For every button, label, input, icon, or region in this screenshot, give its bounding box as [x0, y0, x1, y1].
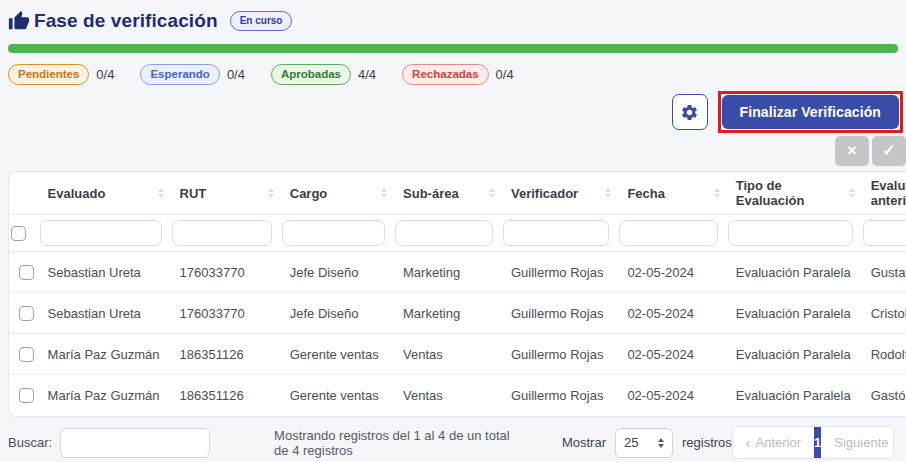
sort-icon [605, 188, 612, 198]
counter-aprobadas[interactable]: Aprobadas [271, 64, 351, 85]
cell-fecha: 02-05-2024 [617, 375, 725, 416]
cell-verificador: Guillermo Rojas [501, 334, 617, 375]
sort-icon [849, 188, 856, 198]
cell-tipo: Evaluación Paralela [726, 334, 861, 375]
filter-verificador-input[interactable] [503, 220, 609, 246]
cell-cargo: Jefe Diseño [280, 252, 393, 293]
status-badge: En curso [230, 11, 293, 31]
column-header-sub-area[interactable]: Sub-área [393, 172, 501, 215]
next-page-button[interactable]: Siguiente › [821, 427, 894, 458]
column-label: Verificador [511, 186, 578, 201]
pagination: ‹ Anterior 1 Siguiente › [732, 426, 894, 459]
current-page-button[interactable]: 1 [814, 427, 821, 458]
search-label: Buscar: [8, 435, 52, 450]
column-label: Cargo [290, 186, 328, 201]
counter-aprobadas-value: 4/4 [358, 67, 376, 82]
table-row: María Paz Guzmán 186351126 Gerente venta… [9, 375, 906, 416]
cell-tipo: Evaluación Paralela [726, 375, 861, 416]
filter-cargo-input[interactable] [282, 220, 385, 246]
row-checkbox[interactable] [19, 265, 34, 280]
sort-icon [158, 188, 165, 198]
progress-bar-fill [8, 44, 898, 53]
page-size-value: 25 [624, 435, 638, 450]
filter-evaluador-anterior-input[interactable] [863, 220, 906, 246]
filter-tipo-input[interactable] [728, 220, 853, 246]
row-checkbox[interactable] [19, 347, 34, 362]
sort-icon [489, 188, 496, 198]
cell-fecha: 02-05-2024 [617, 293, 725, 334]
column-header-evaluador-anterior[interactable]: Evaluador anterior [861, 172, 906, 215]
page-title: Fase de verificación [34, 10, 218, 32]
cell-tipo: Evaluación Paralela [726, 252, 861, 293]
previous-page-button[interactable]: ‹ Anterior [733, 427, 814, 458]
cell-rut: 176033770 [170, 293, 280, 334]
finalize-verification-button[interactable]: Finalizar Verificación [722, 95, 899, 129]
counter-esperando[interactable]: Esperando [140, 64, 219, 85]
column-label: Tipo de Evaluación [736, 178, 805, 208]
column-header-tipo-evaluacion[interactable]: Tipo de Evaluación [726, 172, 861, 215]
filter-sub-area-input[interactable] [395, 220, 493, 246]
sort-icon [714, 188, 721, 198]
search-input[interactable] [60, 428, 210, 458]
filter-rut-input[interactable] [172, 220, 272, 246]
records-info: Mostrando registros del 1 al 4 de un tot… [274, 428, 520, 458]
column-header-rut[interactable]: RUT [170, 172, 280, 215]
page-size-select[interactable]: 25 [615, 428, 673, 458]
cell-rut: 186351126 [170, 334, 280, 375]
filter-evaluado-input[interactable] [40, 220, 162, 246]
column-label: RUT [180, 186, 207, 201]
page-size-group: Mostrar 25 registros [562, 428, 732, 458]
column-label: Evaluador anterior [871, 178, 906, 208]
gear-icon [680, 103, 699, 122]
red-highlight-annotation: Finalizar Verificación [718, 91, 903, 133]
table-footer: Buscar: Mostrando registros del 1 al 4 d… [8, 426, 894, 460]
cell-evaluador-anterior: Rodolfo [861, 334, 906, 375]
cell-sub-area: Ventas [393, 375, 501, 416]
column-header-cargo[interactable]: Cargo [280, 172, 393, 215]
page-header: Fase de verificación En curso [8, 10, 906, 32]
toolbar: Finalizar Verificación [8, 92, 903, 132]
column-header-fecha[interactable]: Fecha [617, 172, 725, 215]
cell-evaluado: María Paz Guzmán [38, 334, 170, 375]
settings-button[interactable] [672, 94, 708, 130]
cell-cargo: Gerente ventas [280, 375, 393, 416]
approve-button[interactable]: ✓ [872, 136, 906, 166]
counter-rechazadas-value: 0/4 [496, 67, 514, 82]
next-label: Siguiente [834, 435, 888, 450]
cell-evaluador-anterior: Gastón [861, 375, 906, 416]
cell-cargo: Jefe Diseño [280, 293, 393, 334]
cell-evaluado: Sebastian Ureta [38, 252, 170, 293]
bulk-actions: × ✓ [8, 136, 906, 166]
table-row: María Paz Guzmán 186351126 Gerente venta… [9, 334, 906, 375]
cell-evaluado: Sebastian Ureta [38, 293, 170, 334]
column-label: Fecha [627, 186, 665, 201]
cell-tipo: Evaluación Paralela [726, 293, 861, 334]
cell-verificador: Guillermo Rojas [501, 293, 617, 334]
column-label: Evaluado [48, 186, 106, 201]
cell-cargo: Gerente ventas [280, 334, 393, 375]
show-label: Mostrar [562, 435, 606, 450]
evaluations-table: Evaluado RUT Cargo Sub-área Verificador … [8, 171, 906, 417]
cell-evaluador-anterior: Cristobal [861, 293, 906, 334]
thumbs-up-icon [8, 10, 30, 32]
cell-verificador: Guillermo Rojas [501, 375, 617, 416]
sort-icon [381, 188, 388, 198]
table-header-row: Evaluado RUT Cargo Sub-área Verificador … [9, 172, 906, 215]
row-checkbox[interactable] [19, 306, 34, 321]
select-all-checkbox[interactable] [11, 226, 26, 241]
chevron-left-icon: ‹ [746, 435, 751, 451]
cell-verificador: Guillermo Rojas [501, 252, 617, 293]
records-label: registros [682, 435, 732, 450]
cell-rut: 186351126 [170, 375, 280, 416]
counter-rechazadas[interactable]: Rechazadas [402, 64, 488, 85]
counter-pendientes[interactable]: Pendientes [8, 64, 89, 85]
column-header-evaluado[interactable]: Evaluado [38, 172, 170, 215]
column-header-verificador[interactable]: Verificador [501, 172, 617, 215]
status-counters: Pendientes 0/4 Esperando 0/4 Aprobadas 4… [8, 63, 906, 85]
table-filter-row [9, 215, 906, 252]
progress-bar [8, 44, 898, 53]
row-checkbox[interactable] [19, 388, 34, 403]
filter-fecha-input[interactable] [619, 220, 717, 246]
table-row: Sebastian Ureta 176033770 Jefe Diseño Ma… [9, 293, 906, 334]
reject-button[interactable]: × [835, 136, 869, 166]
